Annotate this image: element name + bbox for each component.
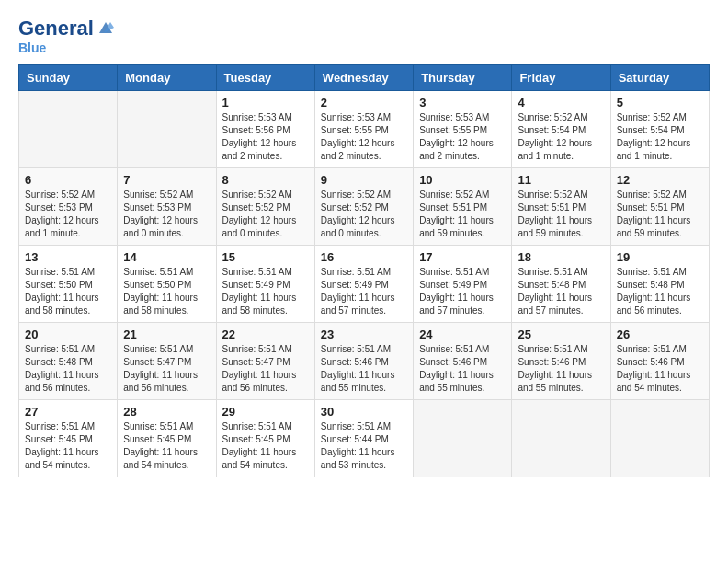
day-info: Sunrise: 5:52 AM Sunset: 5:54 PM Dayligh…: [617, 111, 703, 163]
day-info: Sunrise: 5:52 AM Sunset: 5:54 PM Dayligh…: [518, 111, 604, 163]
weekday-header-monday: Monday: [118, 65, 216, 91]
calendar-cell: 13Sunrise: 5:51 AM Sunset: 5:50 PM Dayli…: [19, 246, 118, 323]
weekday-header-thursday: Thursday: [414, 65, 512, 91]
calendar-cell: 2Sunrise: 5:53 AM Sunset: 5:55 PM Daylig…: [314, 91, 413, 168]
week-row-2: 6Sunrise: 5:52 AM Sunset: 5:53 PM Daylig…: [19, 168, 710, 246]
day-info: Sunrise: 5:51 AM Sunset: 5:47 PM Dayligh…: [222, 343, 309, 395]
calendar-cell: 6Sunrise: 5:52 AM Sunset: 5:53 PM Daylig…: [19, 168, 118, 246]
calendar-cell: 19Sunrise: 5:51 AM Sunset: 5:48 PM Dayli…: [610, 246, 709, 323]
calendar-cell: 16Sunrise: 5:51 AM Sunset: 5:49 PM Dayli…: [314, 246, 413, 323]
calendar-cell: 24Sunrise: 5:51 AM Sunset: 5:46 PM Dayli…: [414, 323, 512, 400]
day-info: Sunrise: 5:51 AM Sunset: 5:48 PM Dayligh…: [617, 266, 703, 317]
calendar-cell: 26Sunrise: 5:51 AM Sunset: 5:46 PM Dayli…: [610, 323, 709, 400]
day-info: Sunrise: 5:51 AM Sunset: 5:45 PM Dayligh…: [123, 420, 210, 472]
day-info: Sunrise: 5:51 AM Sunset: 5:48 PM Dayligh…: [25, 343, 111, 395]
day-number: 5: [617, 96, 703, 109]
page-header: General Blue: [18, 18, 710, 55]
logo-icon: [96, 20, 116, 37]
calendar-cell: 29Sunrise: 5:51 AM Sunset: 5:45 PM Dayli…: [216, 400, 314, 477]
calendar-cell: 17Sunrise: 5:51 AM Sunset: 5:49 PM Dayli…: [414, 246, 512, 323]
day-info: Sunrise: 5:51 AM Sunset: 5:50 PM Dayligh…: [123, 266, 210, 317]
calendar-cell: 23Sunrise: 5:51 AM Sunset: 5:46 PM Dayli…: [314, 323, 413, 400]
calendar-cell: 12Sunrise: 5:52 AM Sunset: 5:51 PM Dayli…: [610, 168, 709, 246]
day-info: Sunrise: 5:53 AM Sunset: 5:56 PM Dayligh…: [222, 111, 309, 163]
week-row-4: 20Sunrise: 5:51 AM Sunset: 5:48 PM Dayli…: [19, 323, 710, 400]
week-row-5: 27Sunrise: 5:51 AM Sunset: 5:45 PM Dayli…: [19, 400, 710, 477]
day-info: Sunrise: 5:51 AM Sunset: 5:49 PM Dayligh…: [321, 266, 407, 317]
day-number: 19: [617, 250, 703, 264]
weekday-header-row: SundayMondayTuesdayWednesdayThursdayFrid…: [19, 65, 710, 91]
day-number: 24: [419, 327, 506, 341]
day-info: Sunrise: 5:51 AM Sunset: 5:48 PM Dayligh…: [518, 266, 604, 317]
day-info: Sunrise: 5:52 AM Sunset: 5:51 PM Dayligh…: [419, 189, 506, 240]
day-info: Sunrise: 5:51 AM Sunset: 5:46 PM Dayligh…: [419, 343, 506, 395]
calendar-cell: 27Sunrise: 5:51 AM Sunset: 5:45 PM Dayli…: [19, 400, 118, 477]
day-number: 18: [518, 250, 604, 264]
calendar-cell: 30Sunrise: 5:51 AM Sunset: 5:44 PM Dayli…: [314, 400, 413, 477]
calendar-cell: [414, 400, 512, 477]
weekday-header-saturday: Saturday: [610, 65, 709, 91]
day-number: 3: [419, 96, 506, 109]
calendar-cell: 20Sunrise: 5:51 AM Sunset: 5:48 PM Dayli…: [19, 323, 118, 400]
day-number: 4: [518, 96, 604, 109]
calendar-cell: 22Sunrise: 5:51 AM Sunset: 5:47 PM Dayli…: [216, 323, 314, 400]
weekday-header-sunday: Sunday: [19, 65, 118, 91]
day-number: 21: [123, 327, 210, 341]
calendar-cell: 10Sunrise: 5:52 AM Sunset: 5:51 PM Dayli…: [414, 168, 512, 246]
calendar-cell: 5Sunrise: 5:52 AM Sunset: 5:54 PM Daylig…: [610, 91, 709, 168]
logo-general: General: [18, 18, 94, 39]
calendar-cell: 4Sunrise: 5:52 AM Sunset: 5:54 PM Daylig…: [512, 91, 610, 168]
week-row-1: 1Sunrise: 5:53 AM Sunset: 5:56 PM Daylig…: [19, 91, 710, 168]
day-info: Sunrise: 5:51 AM Sunset: 5:45 PM Dayligh…: [25, 420, 111, 472]
calendar-cell: 15Sunrise: 5:51 AM Sunset: 5:49 PM Dayli…: [216, 246, 314, 323]
day-number: 11: [518, 173, 604, 187]
day-info: Sunrise: 5:51 AM Sunset: 5:45 PM Dayligh…: [222, 420, 309, 472]
day-info: Sunrise: 5:51 AM Sunset: 5:46 PM Dayligh…: [321, 343, 407, 395]
day-info: Sunrise: 5:51 AM Sunset: 5:49 PM Dayligh…: [419, 266, 506, 317]
day-number: 13: [25, 250, 111, 264]
day-number: 29: [222, 405, 309, 419]
day-number: 8: [222, 173, 309, 187]
calendar-cell: 21Sunrise: 5:51 AM Sunset: 5:47 PM Dayli…: [118, 323, 216, 400]
day-info: Sunrise: 5:52 AM Sunset: 5:53 PM Dayligh…: [25, 189, 111, 240]
day-info: Sunrise: 5:52 AM Sunset: 5:53 PM Dayligh…: [123, 189, 210, 240]
day-info: Sunrise: 5:51 AM Sunset: 5:46 PM Dayligh…: [518, 343, 604, 395]
calendar-cell: 18Sunrise: 5:51 AM Sunset: 5:48 PM Dayli…: [512, 246, 610, 323]
day-number: 15: [222, 250, 309, 264]
calendar-cell: 8Sunrise: 5:52 AM Sunset: 5:52 PM Daylig…: [216, 168, 314, 246]
calendar-cell: [19, 91, 118, 168]
day-number: 16: [321, 250, 407, 264]
calendar-cell: 3Sunrise: 5:53 AM Sunset: 5:55 PM Daylig…: [414, 91, 512, 168]
day-number: 30: [321, 405, 407, 419]
weekday-header-wednesday: Wednesday: [314, 65, 413, 91]
day-info: Sunrise: 5:51 AM Sunset: 5:47 PM Dayligh…: [123, 343, 210, 395]
day-number: 7: [123, 173, 210, 187]
calendar-cell: 28Sunrise: 5:51 AM Sunset: 5:45 PM Dayli…: [118, 400, 216, 477]
day-number: 9: [321, 173, 407, 187]
day-info: Sunrise: 5:52 AM Sunset: 5:51 PM Dayligh…: [617, 189, 703, 240]
weekday-header-tuesday: Tuesday: [216, 65, 314, 91]
calendar-cell: 25Sunrise: 5:51 AM Sunset: 5:46 PM Dayli…: [512, 323, 610, 400]
day-info: Sunrise: 5:52 AM Sunset: 5:51 PM Dayligh…: [518, 189, 604, 240]
calendar-cell: 14Sunrise: 5:51 AM Sunset: 5:50 PM Dayli…: [118, 246, 216, 323]
calendar: SundayMondayTuesdayWednesdayThursdayFrid…: [18, 64, 710, 477]
day-info: Sunrise: 5:51 AM Sunset: 5:49 PM Dayligh…: [222, 266, 309, 317]
day-number: 1: [222, 96, 309, 109]
day-number: 26: [617, 327, 703, 341]
day-number: 23: [321, 327, 407, 341]
day-number: 2: [321, 96, 407, 109]
day-number: 12: [617, 173, 703, 187]
day-number: 6: [25, 173, 111, 187]
day-number: 27: [25, 405, 111, 419]
day-number: 17: [419, 250, 506, 264]
calendar-cell: 7Sunrise: 5:52 AM Sunset: 5:53 PM Daylig…: [118, 168, 216, 246]
day-info: Sunrise: 5:52 AM Sunset: 5:52 PM Dayligh…: [321, 189, 407, 240]
week-row-3: 13Sunrise: 5:51 AM Sunset: 5:50 PM Dayli…: [19, 246, 710, 323]
calendar-cell: 1Sunrise: 5:53 AM Sunset: 5:56 PM Daylig…: [216, 91, 314, 168]
day-info: Sunrise: 5:52 AM Sunset: 5:52 PM Dayligh…: [222, 189, 309, 240]
day-info: Sunrise: 5:51 AM Sunset: 5:46 PM Dayligh…: [617, 343, 703, 395]
day-number: 28: [123, 405, 210, 419]
calendar-cell: [118, 91, 216, 168]
day-number: 10: [419, 173, 506, 187]
calendar-cell: 11Sunrise: 5:52 AM Sunset: 5:51 PM Dayli…: [512, 168, 610, 246]
